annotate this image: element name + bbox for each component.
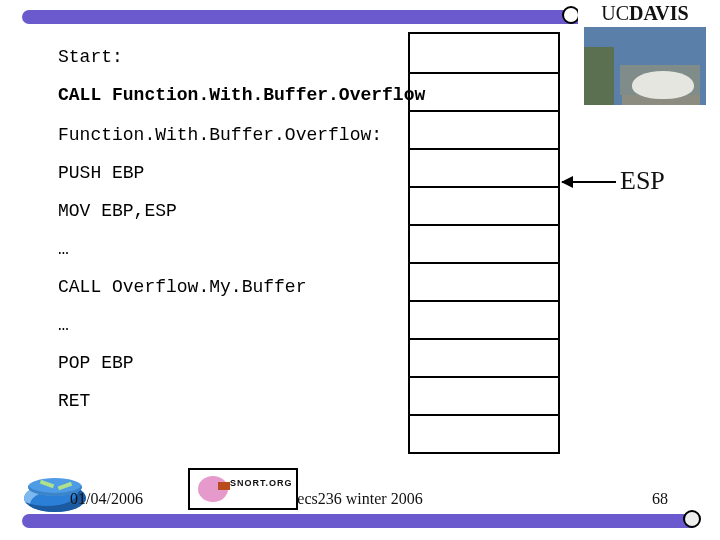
code-line: RET xyxy=(58,392,418,410)
decorative-bottom-bar xyxy=(22,514,698,528)
code-line: … xyxy=(58,316,418,334)
stack-cell xyxy=(410,34,558,72)
stack-cell xyxy=(410,414,558,452)
code-line: PUSH EBP xyxy=(58,164,418,182)
snort-logo: SNORT.ORG xyxy=(188,468,298,510)
code-line: CALL Overflow.My.Buffer xyxy=(58,278,418,296)
stack-cell xyxy=(410,224,558,262)
stack-cell xyxy=(410,262,558,300)
footer-course: ecs236 winter 2006 xyxy=(0,490,720,508)
stack-cell xyxy=(410,300,558,338)
stack-cell xyxy=(410,148,558,186)
stack-cell xyxy=(410,110,558,148)
campus-photo xyxy=(584,27,706,105)
stack-cell xyxy=(410,186,558,224)
slide-footer: 01/04/2006 ecs236 winter 2006 68 xyxy=(0,490,720,508)
stack-cell xyxy=(410,376,558,414)
router-icon xyxy=(20,464,90,518)
ucdavis-wordmark: UCDAVIS xyxy=(601,2,688,25)
footer-page-number: 68 xyxy=(652,490,668,508)
snort-label: SNORT.ORG xyxy=(230,478,293,488)
code-line: Function.With.Buffer.Overflow: xyxy=(58,126,418,144)
assembly-code-listing: Start:CALL Function.With.Buffer.Overflow… xyxy=(58,48,418,430)
code-line: CALL Function.With.Buffer.Overflow xyxy=(58,86,418,104)
wordmark-davis: DAVIS xyxy=(629,2,689,24)
code-line: MOV EBP,ESP xyxy=(58,202,418,220)
stack-diagram xyxy=(408,32,560,454)
esp-label: ESP xyxy=(620,166,665,196)
wordmark-uc: UC xyxy=(601,2,629,24)
code-line: Start: xyxy=(58,48,418,66)
pig-icon xyxy=(198,476,228,502)
stack-cell xyxy=(410,338,558,376)
stack-cell xyxy=(410,72,558,110)
code-line: … xyxy=(58,240,418,258)
code-line: POP EBP xyxy=(58,354,418,372)
bar-bottom-cap xyxy=(683,510,701,528)
esp-arrow xyxy=(562,181,616,183)
ucdavis-logo-area: UCDAVIS xyxy=(578,2,712,110)
